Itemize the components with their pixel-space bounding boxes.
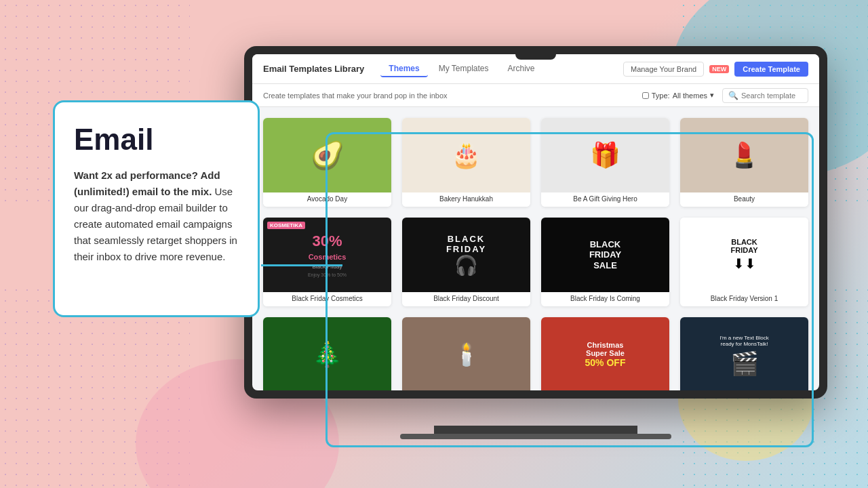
template-thumb-bakery bbox=[402, 118, 530, 192]
bf-v1-inner: BLACKFRIDAY ⬇⬇ bbox=[731, 238, 758, 272]
tab-my-templates[interactable]: My Templates bbox=[431, 61, 497, 77]
bf-cosmetics-range: Enjoy 30% to 50% bbox=[308, 272, 347, 277]
nav-tabs: Themes My Templates Archive bbox=[380, 61, 542, 77]
app-title: Email Templates Library bbox=[263, 64, 364, 74]
template-card-xmas-cupcake[interactable]: Christmas Cupcakes bbox=[263, 317, 391, 390]
cinema-text: I'm a new Text Blockready for MonsTalk! bbox=[717, 332, 772, 350]
template-label-bakery: Bakery Hanukkah bbox=[402, 192, 530, 207]
xmas-sale-discount: 50% OFF bbox=[585, 357, 626, 368]
template-card-gift[interactable]: Be A Gift Giving Hero bbox=[541, 118, 669, 207]
template-label-bf-coming: Black Friday Is Coming bbox=[541, 292, 669, 306]
template-thumb-xmas-sale: ChristmasSuper Sale 50% OFF bbox=[541, 317, 669, 390]
type-checkbox[interactable] bbox=[642, 92, 649, 99]
new-badge: NEW bbox=[709, 65, 729, 73]
template-thumb-xmas-gift bbox=[402, 317, 530, 390]
type-value: All themes bbox=[673, 92, 707, 100]
laptop-notch bbox=[515, 50, 556, 60]
template-thumb-gift bbox=[541, 118, 669, 192]
manage-brand-button[interactable]: Manage Your Brand bbox=[623, 62, 704, 77]
bf-discount-text: BLACKFRIDAY bbox=[446, 234, 486, 254]
search-icon: 🔍 bbox=[728, 91, 738, 100]
bf-cosmetics-title: Cosmetics bbox=[309, 253, 347, 261]
type-label: Type: bbox=[652, 92, 670, 100]
template-thumb-beauty bbox=[680, 118, 808, 192]
laptop-frame: Email Templates Library Themes My Templa… bbox=[244, 46, 827, 439]
template-thumb-bf-coming: BLACKFRIDAYSALE bbox=[541, 218, 669, 292]
card-heading: Email bbox=[74, 123, 239, 157]
connector-line bbox=[261, 264, 342, 266]
template-label-avocado: Avocado Day bbox=[263, 192, 391, 207]
subtitle-text: Create templates that make your brand po… bbox=[263, 92, 448, 100]
template-thumb-bf-cosmetics: KOSMETIKA 30% Cosmetics Black Friday Enj… bbox=[263, 218, 391, 292]
card-body: Want 2x ad performance? Add (unlimited!)… bbox=[74, 167, 239, 265]
template-label-bf-cosmetics: Black Friday Cosmetics bbox=[263, 292, 391, 306]
template-card-bf-cosmetics[interactable]: KOSMETIKA 30% Cosmetics Black Friday Enj… bbox=[263, 218, 391, 306]
cosmetics-brand-tag: KOSMETIKA bbox=[267, 222, 305, 229]
arrow-icon: ⬇⬇ bbox=[733, 256, 756, 272]
template-card-beauty[interactable]: Beauty bbox=[680, 118, 808, 207]
template-grid: Avocado Day Bakery Hanukkah Be A Gift Gi… bbox=[263, 118, 808, 390]
bf-discount-inner: BLACKFRIDAY 🎧 bbox=[446, 234, 486, 277]
template-label-bf-v1: Black Friday Version 1 bbox=[680, 292, 808, 306]
template-card-bf-discount[interactable]: BLACKFRIDAY 🎧 Black Friday Discount bbox=[402, 218, 530, 306]
xmas-sale-inner: ChristmasSuper Sale 50% OFF bbox=[585, 341, 626, 368]
template-card-xmas-gift[interactable]: Christmas Gift Guide bbox=[402, 317, 530, 390]
info-card: Email Want 2x ad performance? Add (unlim… bbox=[53, 100, 260, 317]
template-thumb-cinema: I'm a new Text Blockready for MonsTalk! bbox=[680, 317, 808, 390]
template-label-gift: Be A Gift Giving Hero bbox=[541, 192, 669, 207]
headphones-icon: 🎧 bbox=[454, 255, 478, 276]
sub-bar: Create templates that make your brand po… bbox=[252, 84, 819, 107]
template-card-xmas-sale[interactable]: ChristmasSuper Sale 50% OFF Christmas Su… bbox=[541, 317, 669, 390]
bf-discount-pct: 30% bbox=[312, 232, 342, 250]
tab-themes[interactable]: Themes bbox=[380, 61, 427, 77]
app-ui: Email Templates Library Themes My Templa… bbox=[252, 54, 819, 390]
template-card-bf-coming[interactable]: BLACKFRIDAYSALE Black Friday Is Coming bbox=[541, 218, 669, 306]
template-grid-wrapper: Avocado Day Bakery Hanukkah Be A Gift Gi… bbox=[252, 107, 819, 390]
chevron-down-icon: ▾ bbox=[710, 91, 714, 100]
template-thumb-avocado bbox=[263, 118, 391, 192]
tab-archive[interactable]: Archive bbox=[500, 61, 543, 77]
laptop-foot bbox=[400, 434, 671, 439]
template-card-avocado[interactable]: Avocado Day bbox=[263, 118, 391, 207]
card-body-bold: Want 2x ad performance? Add (unlimited!)… bbox=[74, 169, 220, 197]
top-bar-right: Manage Your Brand NEW Create Template bbox=[623, 62, 808, 77]
filter-area: Type: All themes ▾ 🔍 bbox=[642, 88, 808, 103]
search-box: 🔍 bbox=[722, 88, 808, 103]
create-template-button[interactable]: Create Template bbox=[734, 62, 808, 77]
template-card-bakery[interactable]: Bakery Hanukkah bbox=[402, 118, 530, 207]
laptop-screen: Email Templates Library Themes My Templa… bbox=[252, 54, 819, 390]
template-thumb-bf-v1: BLACKFRIDAY ⬇⬇ bbox=[680, 218, 808, 292]
bf-v1-text: BLACKFRIDAY bbox=[731, 238, 758, 254]
template-thumb-bf-discount: BLACKFRIDAY 🎧 bbox=[402, 218, 530, 292]
template-thumb-xmas-cupcake bbox=[263, 317, 391, 390]
search-input[interactable] bbox=[741, 92, 802, 100]
template-card-cinema[interactable]: I'm a new Text Blockready for MonsTalk! … bbox=[680, 317, 808, 390]
xmas-sale-title: ChristmasSuper Sale bbox=[585, 341, 626, 357]
template-label-beauty: Beauty bbox=[680, 192, 808, 207]
template-label-bf-discount: Black Friday Discount bbox=[402, 292, 530, 306]
type-filter[interactable]: Type: All themes ▾ bbox=[642, 91, 714, 100]
template-card-bf-v1[interactable]: BLACKFRIDAY ⬇⬇ Black Friday Version 1 bbox=[680, 218, 808, 306]
laptop-screen-outer: Email Templates Library Themes My Templa… bbox=[244, 46, 827, 399]
bf-coming-text: BLACKFRIDAYSALE bbox=[589, 239, 621, 271]
